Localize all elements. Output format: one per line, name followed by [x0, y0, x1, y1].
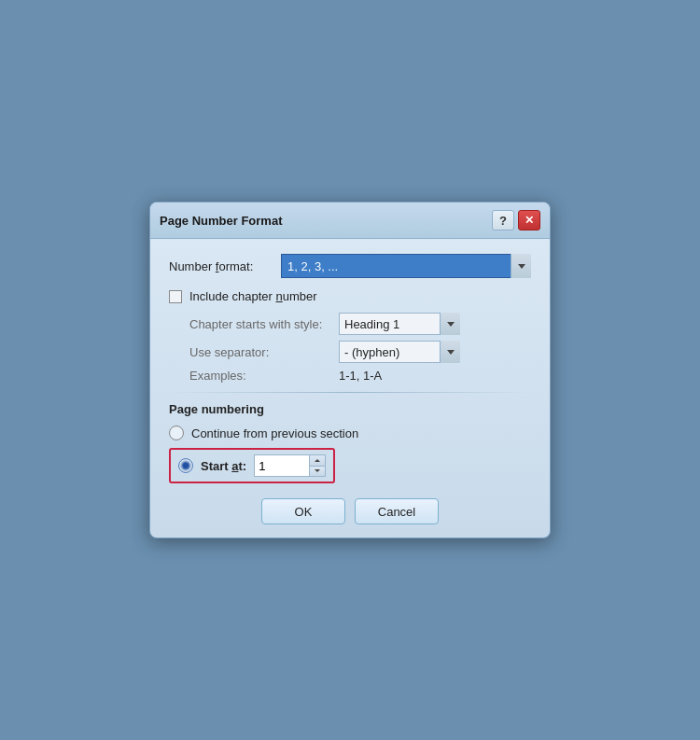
close-button[interactable]: ✕	[518, 210, 540, 230]
number-format-select[interactable]: 1, 2, 3, ... a, b, c, ... A, B, C, ... i…	[281, 254, 531, 278]
spinner-wrapper	[254, 454, 326, 477]
number-format-select-wrapper: 1, 2, 3, ... a, b, c, ... A, B, C, ... i…	[281, 254, 531, 278]
start-at-radio[interactable]	[178, 458, 193, 473]
spinner-down-icon	[315, 469, 320, 472]
help-button[interactable]: ?	[492, 210, 514, 230]
chapter-style-row: Chapter starts with style: Heading 1 Hea…	[189, 313, 531, 335]
dialog-body: Number format: 1, 2, 3, ... a, b, c, ...…	[150, 239, 550, 538]
start-at-label: Start at:	[201, 459, 246, 473]
title-buttons: ? ✕	[492, 210, 540, 230]
chapter-style-select[interactable]: Heading 1 Heading 2 Heading 3	[339, 313, 460, 335]
ok-button[interactable]: OK	[261, 498, 345, 524]
separator-select[interactable]: - (hyphen) : (colon) . (period)	[339, 341, 460, 363]
start-at-highlighted-row: Start at:	[169, 448, 335, 483]
chapter-options-section: Chapter starts with style: Heading 1 Hea…	[189, 313, 531, 383]
page-numbering-title: Page numbering	[169, 402, 531, 416]
continue-radio-row: Continue from previous section	[169, 426, 531, 440]
spinner-buttons	[310, 454, 326, 477]
number-format-row: Number format: 1, 2, 3, ... a, b, c, ...…	[169, 254, 531, 278]
separator-row: Use separator: - (hyphen) : (colon) . (p…	[189, 341, 531, 363]
separator-label: Use separator:	[189, 345, 339, 359]
page-number-format-dialog: Page Number Format ? ✕ Number format: 1,…	[149, 202, 551, 538]
chapter-style-select-wrapper: Heading 1 Heading 2 Heading 3	[339, 313, 460, 335]
chapter-style-label: Chapter starts with style:	[189, 317, 339, 331]
examples-row: Examples: 1-1, 1-A	[189, 369, 531, 383]
cancel-button[interactable]: Cancel	[355, 498, 439, 524]
spinner-up-icon	[315, 459, 320, 462]
include-chapter-row: Include chapter number	[169, 289, 531, 303]
examples-value: 1-1, 1-A	[339, 369, 382, 383]
start-at-input[interactable]	[254, 454, 310, 477]
title-bar: Page Number Format ? ✕	[150, 202, 550, 239]
action-buttons: OK Cancel	[169, 498, 531, 524]
number-format-label: Number format:	[169, 259, 281, 273]
continue-label: Continue from previous section	[191, 426, 358, 440]
radio-dot	[183, 463, 189, 468]
include-chapter-label: Include chapter number	[189, 289, 317, 303]
separator-select-wrapper: - (hyphen) : (colon) . (period)	[339, 341, 460, 363]
spinner-up-button[interactable]	[310, 455, 325, 467]
spinner-down-button[interactable]	[310, 467, 325, 477]
divider	[169, 392, 531, 393]
include-chapter-checkbox[interactable]	[169, 290, 182, 303]
examples-label: Examples:	[189, 369, 339, 383]
continue-radio[interactable]	[169, 426, 184, 440]
dialog-title: Page Number Format	[160, 214, 282, 228]
